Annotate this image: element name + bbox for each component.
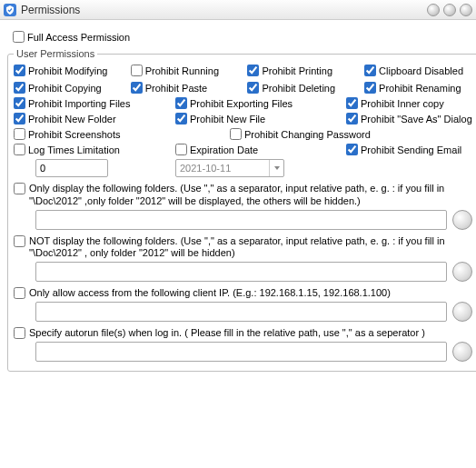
prohibit-copying[interactable]: Prohibit Copying [14, 82, 122, 94]
autorun-files-checkbox[interactable] [14, 327, 25, 339]
window-buttons [427, 4, 472, 16]
autorun-files-text: Specify autorun file(s) when log in. ( P… [29, 327, 425, 340]
prohibit-new-folder[interactable]: Prohibit New Folder [14, 113, 159, 124]
prohibit-save-as[interactable]: Prohibit "Save As" Dialog [346, 113, 472, 124]
perm-grid-row-5: Prohibit Screenshots Prohibit Changing P… [14, 128, 472, 140]
prohibit-printing[interactable]: Prohibit Printing [247, 65, 355, 76]
window-title: Permissions [21, 4, 427, 16]
shield-icon [4, 4, 16, 16]
prohibit-paste[interactable]: Prohibit Paste [131, 82, 239, 94]
not-display-folders-row: NOT display the following folders. (Use … [14, 235, 472, 261]
full-access-checkbox[interactable]: Full Access Permission [13, 31, 469, 43]
prohibit-deleting[interactable]: Prohibit Deleting [247, 82, 355, 94]
perm-grid-row-6: Log Times Limitation Expiration Date Pro… [14, 144, 472, 155]
minimize-button[interactable] [427, 4, 440, 16]
expiration-date-picker[interactable]: 2021-10-11 [175, 159, 284, 177]
maximize-button[interactable] [443, 4, 456, 16]
user-permissions-legend: User Permissions [14, 48, 97, 59]
autorun-files-row: Specify autorun file(s) when log in. ( P… [14, 327, 472, 340]
log-times-limitation[interactable]: Log Times Limitation [14, 144, 159, 155]
prohibit-importing[interactable]: Prohibit Importing Files [14, 97, 159, 109]
allow-client-ip-input-row [35, 302, 472, 322]
only-display-folders-input[interactable] [35, 210, 447, 230]
prohibit-sending-email[interactable]: Prohibit Sending Email [346, 144, 472, 155]
allow-client-ip-checkbox[interactable] [14, 287, 25, 299]
perm-grid-rows-1-3: Prohibit Modifying Prohibit Running Proh… [14, 65, 472, 94]
prohibit-renaming[interactable]: Prohibit Renaming [364, 82, 472, 94]
log-times-input[interactable] [35, 159, 108, 177]
full-access-label: Full Access Permission [27, 32, 130, 43]
only-display-folders-input-row [35, 210, 472, 230]
autorun-files-input[interactable] [35, 342, 447, 362]
content: Full Access Permission User Permissions … [0, 20, 476, 379]
allow-client-ip-button[interactable] [452, 302, 472, 322]
allow-client-ip-row: Only allow access from the following cli… [14, 287, 472, 300]
allow-client-ip-text: Only allow access from the following cli… [29, 287, 391, 300]
prohibit-exporting[interactable]: Prohibit Exporting Files [175, 97, 330, 109]
clipboard-disabled[interactable]: Clipboard Disabled [364, 65, 472, 76]
not-display-folders-checkbox[interactable] [14, 235, 25, 247]
expiration-date[interactable]: Expiration Date [175, 144, 330, 155]
prohibit-modifying[interactable]: Prohibit Modifying [14, 65, 122, 76]
not-display-folders-button[interactable] [452, 262, 472, 282]
not-display-folders-input-row [35, 262, 472, 282]
expiration-date-text: 2021-10-11 [176, 163, 269, 174]
autorun-files-input-row [35, 342, 472, 362]
not-display-folders-text: NOT display the following folders. (Use … [29, 235, 472, 261]
only-display-folders-row: Only display the following folders. (Use… [14, 183, 472, 208]
autorun-files-button[interactable] [452, 342, 472, 362]
only-display-folders-text: Only display the following folders. (Use… [29, 183, 472, 208]
user-permissions-fieldset: User Permissions Prohibit Modifying Proh… [7, 48, 476, 372]
prohibit-changing-password[interactable]: Prohibit Changing Password [230, 128, 472, 140]
not-display-folders-input[interactable] [35, 262, 447, 282]
only-display-folders-button[interactable] [452, 210, 472, 230]
allow-client-ip-input[interactable] [35, 302, 447, 322]
perm-values-row: 2021-10-11 [14, 159, 472, 177]
close-button[interactable] [460, 4, 472, 16]
perm-grid-row-3b: Prohibit Importing Files Prohibit Export… [14, 97, 472, 109]
titlebar: Permissions [0, 0, 476, 20]
prohibit-inner-copy[interactable]: Prohibit Inner copy [346, 97, 472, 109]
prohibit-screenshots[interactable]: Prohibit Screenshots [14, 128, 159, 140]
prohibit-running[interactable]: Prohibit Running [131, 65, 239, 76]
prohibit-new-file[interactable]: Prohibit New File [175, 113, 330, 124]
perm-grid-row-4: Prohibit New Folder Prohibit New File Pr… [14, 113, 472, 124]
calendar-dropdown-icon[interactable] [269, 160, 283, 176]
only-display-folders-checkbox[interactable] [14, 183, 25, 194]
full-access-input[interactable] [13, 31, 25, 43]
